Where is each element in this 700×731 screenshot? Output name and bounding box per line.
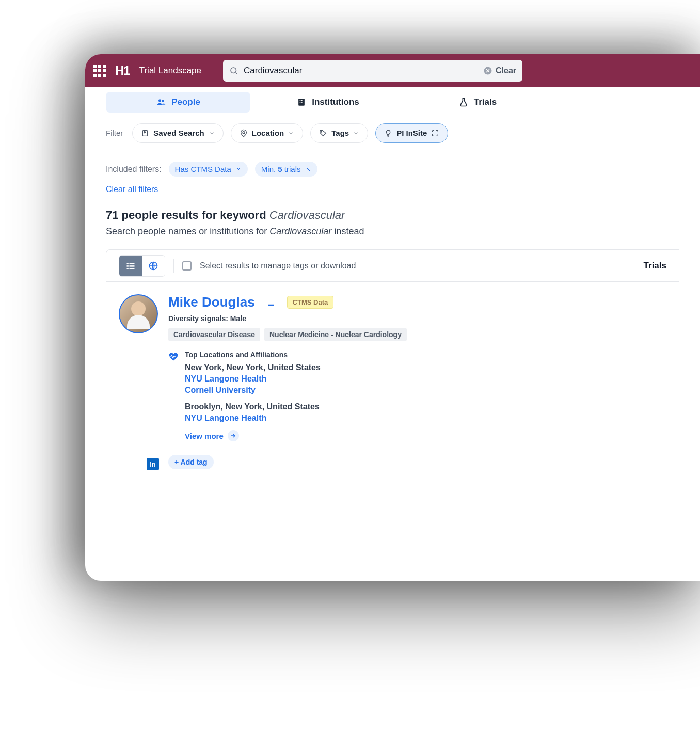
person-name-link[interactable]: Mike Douglas [168,294,255,310]
results-panel: Select results to manage tags or downloa… [106,249,679,482]
panel-hint: Select results to manage tags or downloa… [200,261,356,271]
location-text: New York, New York, United States [185,363,321,372]
tab-institutions-label: Institutions [312,97,359,107]
chip-ctms: Has CTMS Data [169,162,248,177]
view-more-button[interactable]: View more [185,430,321,441]
specialty-tag: Cardiovascular Disease [168,328,260,341]
clear-all-filters-link[interactable]: Clear all filters [106,185,158,194]
svg-rect-6 [300,100,301,101]
diversity-signals: Diversity signals: Male [168,314,666,323]
expand-icon [431,129,439,137]
view-toggle [119,255,165,277]
specialty-tag: Nuclear Medicine - Nuclear Cardiology [264,328,407,341]
affiliation-link[interactable]: NYU Langone Health [185,374,321,384]
svg-point-3 [158,99,161,102]
chip-ctms-text: Has CTMS Data [175,165,231,173]
building-icon [296,97,307,107]
add-tag-button[interactable]: + Add tag [168,455,214,469]
tab-institutions[interactable]: Institutions [256,92,400,113]
svg-rect-7 [301,100,303,101]
svg-rect-8 [300,102,301,103]
results-panel-header: Select results to manage tags or downloa… [106,250,679,282]
download-icon[interactable] [266,298,276,307]
svg-point-0 [231,68,236,73]
filter-saved-search[interactable]: Saved Search [132,123,223,143]
svg-rect-18 [130,263,135,264]
included-filters-label: Included filters: [106,165,162,174]
filter-pi-insite-label: PI InSite [396,129,427,137]
svg-rect-21 [127,268,129,269]
locations-title: Top Locations and Affiliations [185,351,321,359]
tag-icon [319,129,327,137]
chevron-down-icon [353,130,359,136]
map-view-button[interactable] [142,256,165,276]
remove-chip-icon[interactable] [305,166,311,172]
linkedin-icon[interactable]: in [147,458,159,470]
top-bar: H1 Trial Landscape Clear [85,54,700,87]
filter-pi-insite[interactable]: PI InSite [375,123,448,143]
tab-people[interactable]: People [106,92,250,113]
people-icon [156,97,166,107]
view-more-label: View more [185,432,224,440]
clear-icon [483,66,492,75]
chip-min-trials: Min. 5 trials [255,162,317,177]
bookmark-icon [141,129,149,137]
filter-bar: Filter Saved Search Location Tags PI InS… [85,117,700,149]
location-block: New York, New York, United States NYU La… [185,363,321,395]
ctms-badge: CTMS Data [287,296,334,309]
location-text: Brooklyn, New York, United States [185,402,321,411]
svg-line-1 [236,72,237,74]
chevron-down-icon [288,130,294,136]
location-icon [240,129,248,137]
svg-rect-9 [301,102,303,103]
search-input[interactable] [244,66,478,76]
search-suggestion: Search people names or institutions for … [106,226,679,237]
results-heading: 71 people results for keyword Cardiovasc… [106,209,679,222]
tab-trials[interactable]: Trials [405,92,550,113]
suggest-institutions-link[interactable]: institutions [210,226,253,236]
svg-point-11 [243,131,245,133]
filter-saved-search-label: Saved Search [153,129,204,137]
chip-min-trials-text: Min. 5 trials [261,165,301,173]
location-block: Brooklyn, New York, United States NYU La… [185,402,321,423]
svg-rect-22 [130,268,135,269]
column-head-trials: Trials [644,261,666,271]
flask-icon [458,97,469,107]
app-title: Trial Landscape [139,66,201,76]
suggest-people-link[interactable]: people names [138,226,196,236]
included-filters-row: Included filters: Has CTMS Data Min. 5 t… [106,162,679,177]
svg-rect-17 [127,263,129,264]
app-window: H1 Trial Landscape Clear People Institut… [85,54,700,581]
filter-label: Filter [106,129,123,137]
list-view-button[interactable] [119,256,142,276]
filter-tags[interactable]: Tags [310,123,368,143]
clear-label: Clear [496,66,516,75]
remove-chip-icon[interactable] [235,166,242,172]
apps-grid-icon[interactable] [93,65,106,77]
affiliation-link[interactable]: NYU Langone Health [185,414,321,423]
heartbeat-icon [168,352,179,362]
main-tabs: People Institutions Trials [85,87,700,117]
globe-icon [148,261,158,271]
filter-location-label: Location [252,129,284,137]
svg-rect-19 [127,265,129,267]
select-all-checkbox[interactable] [182,261,192,271]
filter-tags-label: Tags [331,129,349,137]
filter-location[interactable]: Location [231,123,304,143]
lightbulb-icon [384,129,392,137]
svg-point-4 [162,100,164,102]
specialty-tags: Cardiovascular Disease Nuclear Medicine … [168,328,666,341]
chevron-down-icon [209,130,215,136]
clear-button[interactable]: Clear [483,66,516,75]
avatar[interactable] [119,294,158,333]
separator [173,259,174,273]
search-bar: Clear [223,60,522,82]
svg-point-12 [321,131,322,132]
content-area: Included filters: Has CTMS Data Min. 5 t… [85,149,700,482]
result-card: in Mike Douglas CTMS Data Diversity sign… [106,282,679,482]
tab-trials-label: Trials [474,97,497,107]
search-icon [229,66,238,75]
affiliation-link[interactable]: Cornell University [185,386,321,395]
svg-rect-10 [143,130,148,136]
logo[interactable]: H1 [115,63,130,78]
